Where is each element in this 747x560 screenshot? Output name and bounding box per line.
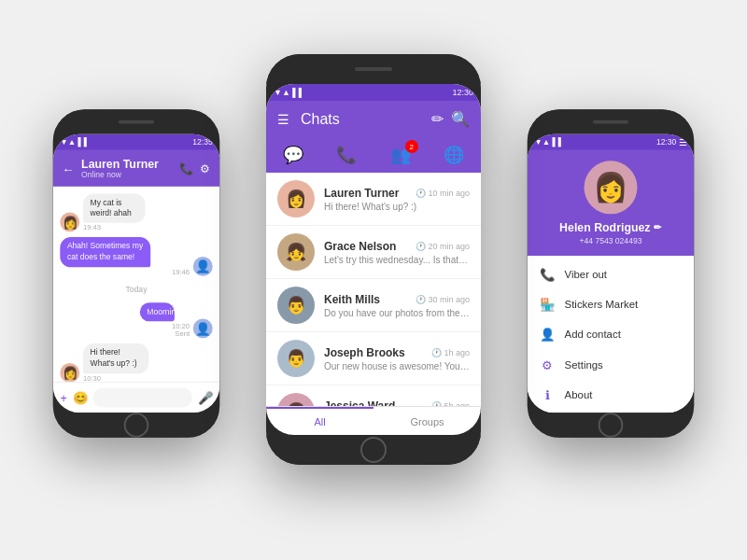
tab-bar-center: 💬 📞 👥 2 🌐 [266, 137, 481, 173]
chat-list: 👩 Lauren Turner 🕐 10 min ago Hi there! W… [266, 173, 481, 406]
phone-bottom-right [528, 413, 695, 438]
settings-label: Settings [565, 358, 603, 371]
msg-bubble-sent: Ahah! Sometimes my cat does the same! [60, 237, 150, 267]
hamburger-right[interactable]: ☰ [679, 137, 687, 147]
chat-item-4[interactable]: 👨 Joseph Brooks 🕐 1h ago Our new house i… [266, 332, 481, 385]
tab-contacts-icon[interactable]: 👥 2 [390, 145, 411, 165]
menu-item-stickers[interactable]: 🏪 Stickers Market [528, 289, 695, 319]
chat-header-3: Keith Mills 🕐 30 min ago [324, 293, 470, 306]
conv-icons: 📞 ⚙ [179, 161, 211, 175]
home-button-center[interactable] [360, 437, 387, 463]
msg-bubble-received: My cat is weird! ahah [83, 194, 146, 224]
back-icon[interactable]: ← [62, 161, 74, 175]
menu-item-settings[interactable]: ⚙ Settings [528, 350, 695, 380]
chat-avatar-4: 👨 [277, 340, 315, 377]
chat-header-1: Lauren Turner 🕐 10 min ago [324, 187, 470, 200]
center-phone-inner: ▼▲ ▌▌ 12:30 ☰ Chats ✏ 🔍 💬 📞 👥 2 [266, 84, 481, 435]
message-row-last: 👩 Hi there! What's up? :) 10:30 [60, 343, 212, 381]
msg-bubble-last: Hi there! What's up? :) [83, 343, 148, 373]
avatar-face: 👩 [60, 213, 79, 232]
viber-out-icon: 📞 [540, 267, 556, 281]
hamburger-icon[interactable]: ☰ [277, 112, 289, 127]
chat-time-1: 🕐 10 min ago [416, 189, 470, 198]
date-divider: Today [60, 285, 212, 294]
chat-item-5[interactable]: 👩 Jessica Ward 🕐 5h ago Hola! How was yo… [266, 385, 481, 406]
status-bar-right: ▼▲ ▌▌ 12:30 ☰ [528, 134, 695, 150]
avatar-small-self: 👤 [193, 257, 213, 276]
chat-item-3[interactable]: 👨 Keith Mills 🕐 30 min ago Do you have o… [266, 279, 481, 332]
avatar-1: 👩 [277, 180, 315, 217]
phone-bottom-center [266, 435, 481, 465]
chat-preview-3: Do you have our photos from the nye? [324, 308, 470, 318]
home-button-right[interactable] [599, 413, 624, 438]
sticker-icon[interactable]: 😊 [73, 390, 88, 404]
center-status-time: 12:30 [452, 88, 473, 97]
avatar-small-self2: 👤 [193, 319, 213, 339]
about-icon: ℹ [540, 388, 556, 402]
profile-edit-icon[interactable]: ✏ [654, 222, 662, 233]
add-contact-icon: 👤 [540, 328, 556, 342]
chat-info-4: Joseph Brooks 🕐 1h ago Our new house is … [324, 346, 470, 371]
add-icon[interactable]: + [60, 390, 67, 404]
chat-item-1[interactable]: 👩 Lauren Turner 🕐 10 min ago Hi there! W… [266, 173, 481, 226]
tab-globe-icon[interactable]: 🌐 [444, 145, 464, 165]
message-content: My cat is weird! ahah 19:43 [83, 194, 173, 232]
status-right-side: 12:35 [192, 138, 212, 147]
menu-item-viber-out[interactable]: 📞 Viber out [528, 259, 695, 289]
menu-item-about[interactable]: ℹ About [528, 380, 695, 410]
conv-contact-name: Lauren Turner [81, 158, 179, 171]
settings-icon[interactable]: ⚙ [200, 161, 210, 175]
conv-title-area: Lauren Turner Online now [81, 158, 179, 180]
conv-app-bar: ← Lauren Turner Online now 📞 ⚙ [53, 150, 220, 187]
msg-time-sent2: 10:20 [140, 323, 190, 331]
search-icon[interactable]: 🔍 [451, 110, 470, 128]
speaker-right [593, 120, 628, 124]
chat-avatar-2: 👧 [277, 233, 315, 271]
edit-icon[interactable]: ✏ [431, 110, 444, 128]
chat-item-2[interactable]: 👧 Grace Nelson 🕐 20 min ago Let's try th… [266, 226, 481, 279]
chat-header-4: Joseph Brooks 🕐 1h ago [324, 346, 470, 359]
home-button-left[interactable] [124, 413, 149, 438]
tab-chat-icon[interactable]: 💬 [283, 145, 303, 165]
speaker-left [119, 120, 154, 124]
app-title: Chats [301, 111, 424, 128]
conv-contact-status: Online now [81, 171, 179, 180]
phone-top-left [53, 109, 220, 134]
chat-avatar-5: 👩 [277, 393, 315, 406]
chat-name-2: Grace Nelson [324, 240, 396, 253]
right-phone: ▼▲ ▌▌ 12:30 ☰ 👩 Helen Rodriguez ✏ +44 75… [528, 109, 695, 438]
speaker-center [355, 67, 392, 71]
add-contact-label: Add contact [565, 329, 621, 341]
avatar-face-self2: 👤 [193, 319, 213, 339]
tab-phone-icon[interactable]: 📞 [336, 145, 357, 165]
phone-bottom-left [53, 413, 220, 438]
status-bar-center: ▼▲ ▌▌ 12:30 [266, 84, 481, 101]
phone-call-icon[interactable]: 📞 [179, 161, 193, 175]
mic-icon[interactable]: 🎤 [198, 390, 213, 404]
about-label: About [565, 389, 593, 401]
profile-number: +44 7543 024493 [580, 236, 642, 245]
tab-all[interactable]: All [266, 407, 374, 435]
right-status-time: 12:30 [656, 138, 676, 147]
avatar-2: 👧 [277, 233, 315, 271]
phone-top-center [266, 54, 481, 84]
contacts-badge: 2 [405, 140, 418, 153]
menu-item-add-contact[interactable]: 👤 Add contact [528, 319, 695, 349]
message-content-last: Hi there! What's up? :) 10:30 [83, 343, 176, 381]
message-input[interactable] [93, 388, 192, 408]
stickers-icon: 🏪 [540, 298, 556, 312]
status-left-side: ▼▲ ▌▌ [60, 138, 89, 147]
avatar-4: 👨 [277, 340, 315, 377]
chat-header-5: Jessica Ward 🕐 5h ago [324, 399, 470, 407]
status-right: 12:30 [452, 88, 473, 97]
status-left-right: ▼▲ ▌▌ [534, 138, 563, 147]
messages-area: 👩 My cat is weird! ahah 19:43 Ahah! Some… [53, 187, 220, 382]
msg-time-last: 10:30 [83, 374, 176, 382]
settings-menu-icon: ⚙ [540, 357, 556, 371]
profile-name-text: Helen Rodriguez [559, 221, 650, 234]
chat-time-4: 🕐 1h ago [431, 348, 470, 357]
viber-out-label: Viber out [565, 268, 607, 280]
tab-groups[interactable]: Groups [374, 407, 481, 435]
profile-name: Helen Rodriguez ✏ [559, 221, 662, 234]
avatar-3: 👨 [277, 287, 315, 324]
